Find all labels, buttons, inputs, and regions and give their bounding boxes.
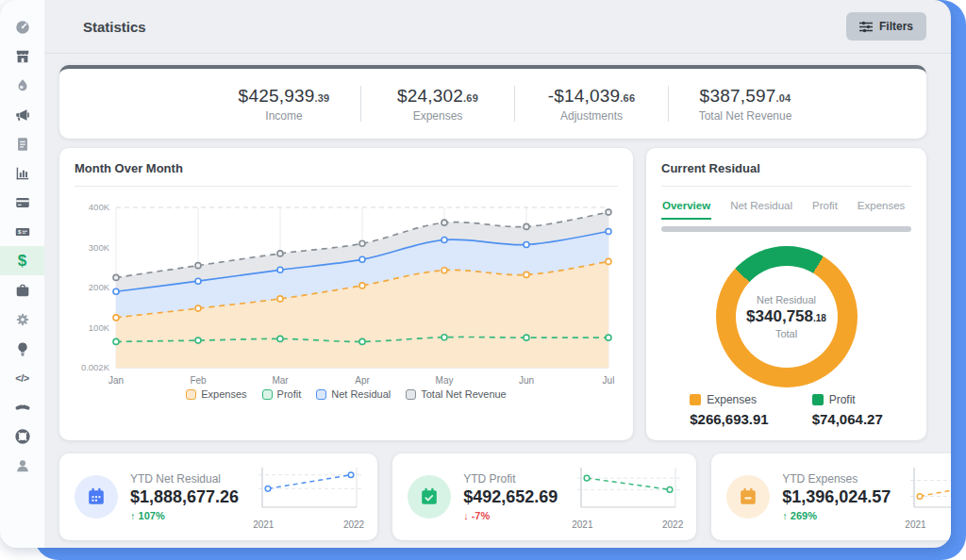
donut-legend-expenses-value: $266,693.91 — [690, 411, 768, 427]
year-label: 2021 — [253, 519, 274, 530]
ytd-expenses-change: ↑ 269% — [782, 510, 891, 521]
ytd-net-residual-label: YTD Net Residual — [130, 472, 239, 486]
divider — [668, 86, 669, 122]
donut-legend-expenses: Expenses $266,693.91 — [690, 393, 768, 427]
legend-label: Expenses — [201, 388, 246, 400]
sidebar-item-documents[interactable] — [0, 129, 44, 158]
legend-swatch — [690, 394, 701, 405]
svg-text:100K: 100K — [89, 322, 110, 333]
sidebar-item-analytics[interactable] — [0, 158, 44, 188]
sidebar-item-support[interactable] — [0, 421, 44, 451]
donut-center-sub: Total — [775, 328, 797, 339]
stat-total-net-revenue: $387,597.04 Total Net Revenue — [676, 86, 814, 123]
ytd-icon-circle — [726, 475, 770, 519]
legend-item-expenses[interactable]: Expenses — [186, 388, 246, 400]
donut-legend-profit-value: $74,064.27 — [812, 411, 883, 427]
stat-expenses-label: Expenses — [369, 109, 507, 123]
document-icon — [14, 136, 31, 153]
sidebar-item-account[interactable] — [0, 451, 44, 480]
sidebar-item-dashboard[interactable] — [0, 12, 44, 41]
filters-button[interactable]: Filters — [846, 12, 926, 41]
sidebar-item-store[interactable] — [0, 41, 44, 71]
sidebar-item-ideas[interactable] — [0, 334, 44, 363]
sidebar-item-partners[interactable] — [0, 392, 44, 421]
ytd-net-residual-card: YTD Net Residual $1,888,677.26 ↑ 107% 20… — [59, 453, 377, 540]
current-residual-card: Current Residual Overview Net Residual P… — [646, 148, 926, 440]
svg-text:Apr: Apr — [355, 375, 370, 386]
bar-chart-icon — [14, 165, 31, 182]
ytd-profit-mini: 20212022 — [570, 464, 685, 530]
svg-text:Mar: Mar — [272, 375, 289, 386]
month-over-month-title: Month Over Month — [75, 161, 618, 175]
credit-card-icon — [14, 194, 31, 211]
flame-icon — [14, 77, 31, 94]
svg-text:Jun: Jun — [519, 375, 534, 386]
stat-adjustments-label: Adjustments — [523, 109, 660, 123]
year-label: 2022 — [662, 519, 683, 530]
current-residual-title: Current Residual — [661, 161, 911, 175]
dollar-icon: $ — [18, 253, 26, 269]
ytd-texts: YTD Net Residual $1,888,677.26 ↑ 107% — [130, 472, 239, 521]
page-header: Statistics Filters — [44, 0, 951, 54]
stat-adjustments-cents: .66 — [620, 92, 635, 104]
svg-text:May: May — [436, 375, 454, 386]
gear-icon — [14, 311, 31, 328]
tab-net-residual[interactable]: Net Residual — [729, 195, 793, 220]
store-icon — [14, 48, 31, 65]
svg-text:200K: 200K — [89, 282, 110, 292]
sidebar-item-payroll[interactable]: $ — [0, 217, 44, 246]
life-ring-icon — [14, 428, 31, 445]
legend-item-profit[interactable]: Profit — [262, 388, 302, 400]
donut-center-cents: .18 — [813, 313, 826, 323]
ytd-expenses-mini-chart — [903, 464, 951, 515]
divider — [661, 186, 911, 187]
legend-item-net-residual[interactable]: Net Residual — [316, 388, 391, 400]
sidebar: $ $ </> — [0, 0, 44, 548]
donut-legend: Expenses $266,693.91 Profit $74,064.27 — [661, 393, 911, 429]
ytd-expenses-mini: 20212022 — [903, 464, 951, 530]
tab-expenses[interactable]: Expenses — [857, 195, 907, 220]
tab-overview[interactable]: Overview — [661, 195, 711, 220]
ytd-profit-change: ↓ -7% — [463, 510, 558, 521]
ytd-net-residual-mini-chart — [251, 464, 366, 515]
tabs-scrollbar[interactable] — [661, 226, 911, 232]
ytd-profit-value: $492,652.69 — [463, 487, 558, 507]
sidebar-item-payments[interactable] — [0, 188, 44, 217]
filters-button-label: Filters — [879, 20, 913, 33]
sidebar-item-activity[interactable] — [0, 71, 44, 100]
legend-item-total-net-revenue[interactable]: Total Net Revenue — [406, 388, 507, 400]
donut-legend-expenses-label: Expenses — [707, 393, 757, 406]
sidebar-item-developer[interactable]: </> — [0, 363, 44, 392]
sidebar-item-settings[interactable] — [0, 305, 44, 334]
tab-profit[interactable]: Profit — [811, 195, 839, 220]
lightbulb-icon — [14, 340, 31, 357]
month-over-month-legend: Expenses Profit Net Residual Total Net R… — [75, 388, 618, 400]
donut-center-value: $340,758 — [746, 307, 813, 325]
stat-total-net-revenue-label: Total Net Revenue — [676, 109, 814, 123]
divider — [75, 186, 618, 187]
stat-income-cents: .39 — [314, 92, 329, 104]
legend-swatch — [262, 389, 273, 400]
sidebar-item-finances[interactable]: $ — [0, 246, 44, 275]
ytd-expenses-card: YTD Expenses $1,396,024.57 ↑ 269% 202120… — [711, 453, 951, 540]
donut-wrap: Net Residual $340,758.18 Total — [661, 246, 911, 387]
ytd-profit-label: YTD Profit — [463, 472, 558, 486]
calendar-icon — [86, 486, 107, 507]
svg-text:400K: 400K — [89, 202, 110, 212]
stat-income-label: Income — [215, 109, 353, 123]
year-label: 2022 — [343, 519, 364, 530]
year-label: 2021 — [572, 519, 592, 530]
ytd-net-residual-mini: 20212022 — [251, 464, 366, 530]
legend-swatch — [186, 389, 196, 400]
stat-expenses: $24,302.69 Expenses — [369, 86, 507, 123]
handshake-icon — [14, 399, 31, 416]
sidebar-item-marketing[interactable] — [0, 100, 44, 129]
calendar-minus-icon — [738, 486, 758, 507]
page-title: Statistics — [83, 19, 846, 35]
stat-adjustments: -$14,039.66 Adjustments — [523, 86, 660, 123]
donut-legend-profit-label: Profit — [829, 393, 856, 406]
current-residual-tabs: Overview Net Residual Profit Expenses — [661, 195, 911, 220]
divider — [360, 86, 361, 122]
summary-stats-card: $425,939.39 Income $24,302.69 Expenses -… — [59, 65, 926, 139]
sidebar-item-business[interactable] — [0, 275, 44, 305]
